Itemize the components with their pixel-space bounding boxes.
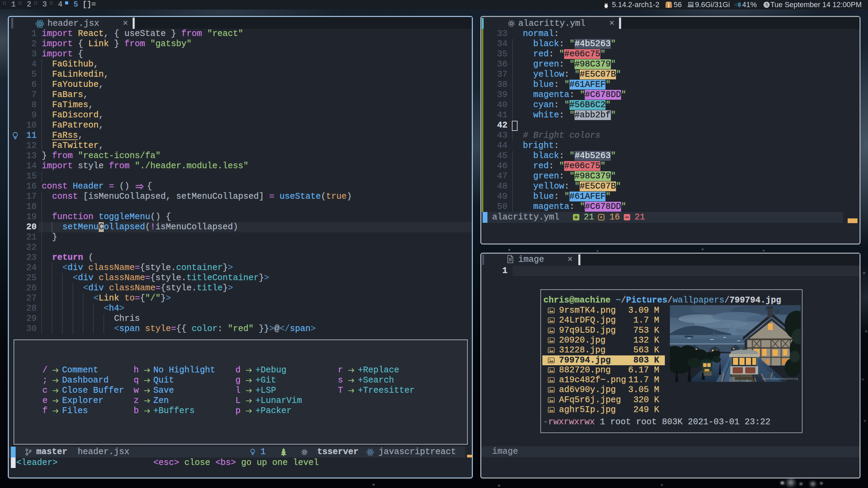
svg-text:www.DesktopBackground.org: www.DesktopBackground.org: [762, 377, 798, 380]
